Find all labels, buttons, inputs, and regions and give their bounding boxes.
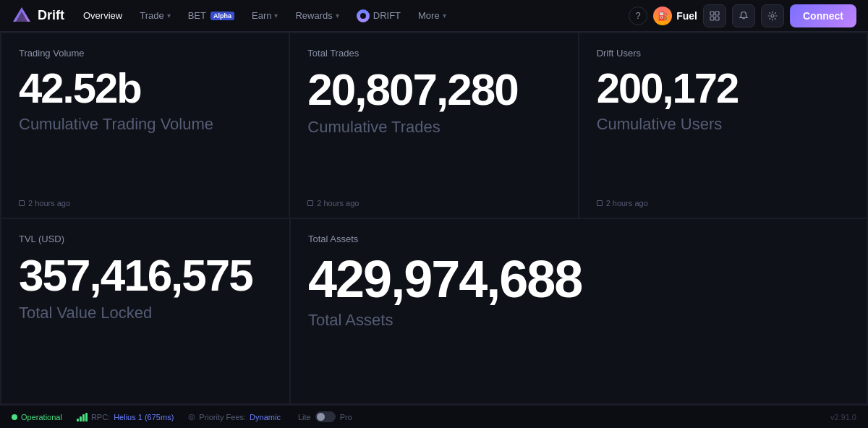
logo-text: Drift	[38, 8, 64, 23]
svg-rect-4	[710, 17, 714, 20]
drift-users-title: Drift Users	[597, 48, 849, 59]
main-content: Trading Volume 42.52b Cumulative Trading…	[0, 32, 868, 405]
trade-chevron-icon: ▾	[167, 12, 171, 20]
timestamp-dot-icon	[307, 200, 313, 206]
drift-users-timestamp: 2 hours ago	[597, 199, 648, 207]
nav-item-overview[interactable]: Overview	[76, 6, 129, 25]
priority-icon: ◎	[188, 412, 195, 421]
logo[interactable]: Drift	[12, 6, 64, 26]
trading-volume-card: Trading Volume 42.52b Cumulative Trading…	[1, 33, 289, 218]
rewards-chevron-icon: ▾	[336, 12, 339, 20]
bottom-row: TVL (USD) 357,416,575 Total Value Locked…	[1, 219, 867, 403]
total-trades-subtitle: Cumulative Trades	[307, 118, 560, 137]
settings-button[interactable]	[761, 4, 784, 27]
bet-alpha-badge: Alpha	[210, 12, 234, 20]
timestamp-dot-icon	[597, 200, 603, 206]
layout-button[interactable]	[703, 4, 726, 27]
lite-pro-toggle: Lite Pro	[298, 411, 352, 422]
help-button[interactable]: ?	[629, 7, 647, 25]
drift-logo-icon	[12, 6, 32, 26]
total-trades-card: Total Trades 20,807,280 Cumulative Trade…	[290, 33, 577, 218]
drift-users-subtitle: Cumulative Users	[597, 115, 849, 134]
svg-rect-2	[710, 12, 714, 15]
drift-token-icon	[357, 9, 370, 22]
fuel-icon: ⛽	[653, 7, 672, 25]
nav-item-more[interactable]: More ▾	[411, 6, 454, 25]
tvl-number: 357,416,575	[19, 253, 272, 298]
trading-volume-title: Trading Volume	[19, 48, 271, 59]
total-assets-number: 429,974,688	[308, 253, 849, 305]
svg-rect-5	[715, 17, 719, 20]
trading-volume-timestamp: 2 hours ago	[19, 199, 70, 207]
top-row: Trading Volume 42.52b Cumulative Trading…	[1, 33, 867, 218]
nav-right: ? ⛽ Fuel Connect	[629, 4, 856, 27]
gear-icon	[767, 11, 778, 21]
operational-dot-icon	[12, 414, 17, 420]
nav-item-bet[interactable]: BET Alpha	[181, 6, 242, 25]
connect-button[interactable]: Connect	[790, 4, 856, 27]
total-assets-title: Total Assets	[308, 234, 849, 244]
svg-point-6	[771, 14, 774, 17]
total-trades-timestamp: 2 hours ago	[307, 199, 359, 207]
lite-pro-switch[interactable]	[315, 411, 336, 422]
tvl-subtitle: Total Value Locked	[19, 304, 272, 322]
layout-icon	[710, 11, 720, 21]
nav-item-drift-token[interactable]: DRIFT	[349, 7, 408, 25]
drift-users-card: Drift Users 200,172 Cumulative Users 2 h…	[579, 33, 867, 218]
timestamp-dot-icon	[19, 200, 25, 206]
nav-item-earn[interactable]: Earn ▾	[244, 6, 285, 25]
nav-item-trade[interactable]: Trade ▾	[132, 6, 177, 25]
tvl-card: TVL (USD) 357,416,575 Total Value Locked	[1, 219, 289, 403]
notifications-button[interactable]	[732, 4, 755, 27]
total-assets-card: Total Assets 429,974,688 Total Assets	[291, 219, 867, 403]
fuel-button[interactable]: ⛽ Fuel	[653, 7, 697, 25]
status-priority: ◎ Priority Fees: Dynamic	[188, 412, 281, 421]
status-operational: Operational	[12, 413, 62, 421]
total-trades-number: 20,807,280	[307, 67, 560, 112]
bell-icon	[739, 11, 749, 21]
status-bar: Operational RPC: Helius 1 (675ms) ◎ Prio…	[0, 405, 868, 428]
nav-item-rewards[interactable]: Rewards ▾	[288, 6, 346, 25]
svg-rect-3	[715, 12, 719, 15]
more-chevron-icon: ▾	[443, 12, 446, 20]
status-rpc: RPC: Helius 1 (675ms)	[77, 413, 174, 421]
rpc-value[interactable]: Helius 1 (675ms)	[114, 413, 174, 421]
trading-volume-number: 42.52b	[19, 67, 271, 109]
tvl-title: TVL (USD)	[19, 234, 272, 244]
drift-users-number: 200,172	[597, 67, 849, 109]
earn-chevron-icon: ▾	[274, 12, 278, 20]
version-label: v2.91.0	[830, 413, 856, 421]
navbar: Drift Overview Trade ▾ BET Alpha Earn ▾ …	[0, 0, 868, 32]
toggle-knob	[317, 413, 325, 421]
total-trades-title: Total Trades	[307, 48, 560, 59]
priority-value[interactable]: Dynamic	[250, 413, 281, 421]
trading-volume-subtitle: Cumulative Trading Volume	[19, 115, 271, 134]
rpc-signal-icon	[77, 413, 88, 421]
total-assets-subtitle: Total Assets	[308, 311, 849, 330]
